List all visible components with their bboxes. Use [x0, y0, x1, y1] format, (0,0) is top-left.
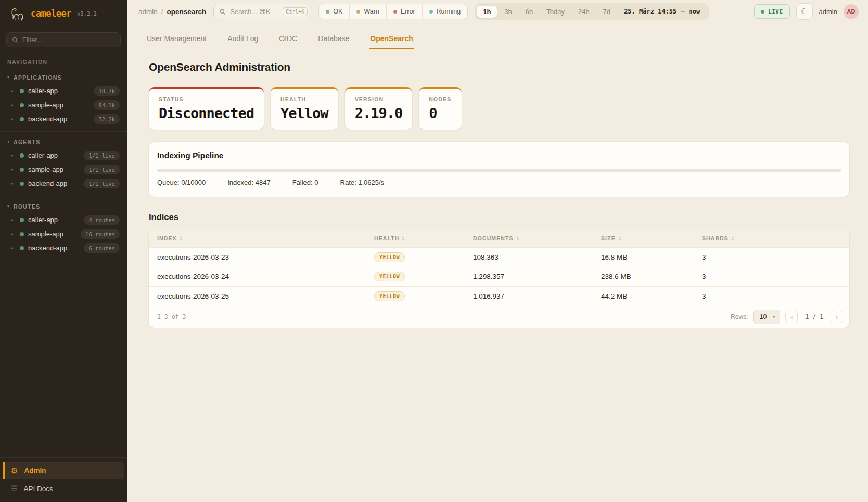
- status-dot-icon: [20, 232, 24, 236]
- column-header-shards[interactable]: SHARDS: [702, 235, 841, 241]
- pipeline-stats: Queue: 0/10000 Indexed: 4847 Failed: 0 R…: [157, 178, 841, 186]
- breadcrumb-parent[interactable]: admin: [138, 8, 158, 16]
- sidebar-item-api-docs[interactable]: ☰ API Docs: [3, 480, 124, 497]
- topbar: admin / opensearch Search... ⌘K Ctrl+K O…: [127, 0, 868, 23]
- item-label: sample-app: [28, 101, 90, 109]
- breadcrumb: admin / opensearch: [138, 8, 206, 16]
- pipeline-indexed: Indexed: 4847: [227, 178, 270, 186]
- sidebar-item-applications-backend-app[interactable]: ▸ backend-app 32.2k: [0, 112, 127, 126]
- status-filter-ok[interactable]: OK: [319, 4, 349, 19]
- stat-value: Disconnected: [159, 105, 254, 121]
- item-badge: 84.1k: [94, 100, 120, 110]
- collapse-caret-icon: ▾: [7, 75, 9, 80]
- gear-icon: ⚙: [11, 466, 18, 475]
- tab-audit-log[interactable]: Audit Log: [226, 30, 259, 49]
- time-range-1h[interactable]: 1h: [477, 6, 497, 18]
- sort-icon: [516, 237, 519, 240]
- section-header-agents[interactable]: ▾ AGENTS: [0, 136, 127, 148]
- live-indicator[interactable]: LIVE: [754, 4, 790, 19]
- tab-opensearch[interactable]: OpenSearch: [369, 30, 414, 49]
- time-range-24h[interactable]: 24h: [572, 6, 596, 18]
- column-header-documents[interactable]: DOCUMENTS: [473, 235, 601, 241]
- status-filter-error[interactable]: Error: [386, 4, 422, 19]
- app-logo[interactable]: cameleer v3.2.1: [0, 0, 127, 27]
- item-badge: 32.2k: [94, 114, 120, 124]
- status-dot-icon: [20, 218, 24, 222]
- cell-shards: 3: [702, 292, 841, 300]
- sidebar-filter[interactable]: [6, 32, 121, 47]
- sort-icon: [731, 237, 734, 240]
- status-dot-icon: [20, 182, 24, 186]
- table-row[interactable]: executions-2026-03-23 YELLOW 108.363 16.…: [149, 247, 849, 267]
- time-range-7d[interactable]: 7d: [597, 6, 617, 18]
- app-name: cameleer: [31, 8, 71, 19]
- sidebar-item-agents-backend-app[interactable]: ▸ backend-app 1/1 live: [0, 176, 127, 190]
- stat-card-health: HEALTH Yellow: [271, 87, 338, 130]
- stat-label: STATUS: [159, 96, 254, 102]
- sidebar-item-admin[interactable]: ⚙ Admin: [3, 462, 124, 479]
- indexing-pipeline-card: Indexing Pipeline Queue: 0/10000 Indexed…: [149, 142, 849, 197]
- filter-input[interactable]: [22, 36, 115, 44]
- pipeline-failed: Failed: 0: [292, 178, 318, 186]
- tab-oidc[interactable]: OIDC: [278, 30, 298, 49]
- sidebar-item-routes-backend-app[interactable]: ▸ backend-app 6 routes: [0, 241, 127, 255]
- next-page-button[interactable]: ›: [831, 311, 843, 323]
- rows-per-page-select[interactable]: 10 ▾: [753, 310, 780, 324]
- cell-index: executions-2026-03-25: [157, 292, 374, 300]
- time-range-6h[interactable]: 6h: [519, 6, 539, 18]
- date-range-display[interactable]: 25. März 14:55 — now: [618, 8, 707, 15]
- status-filter-running[interactable]: Running: [422, 4, 468, 19]
- sidebar-item-routes-caller-app[interactable]: ▸ caller-app 4 routes: [0, 213, 127, 227]
- chevron-right-icon: ▸: [11, 232, 16, 236]
- column-label: SIZE: [601, 235, 616, 241]
- sidebar-item-agents-caller-app[interactable]: ▸ caller-app 1/1 live: [0, 148, 127, 162]
- status-dot-icon: [20, 153, 24, 158]
- admin-tabs: User Management Audit Log OIDC Database …: [127, 30, 868, 49]
- sidebar-item-applications-sample-app[interactable]: ▸ sample-app 84.1k: [0, 98, 127, 112]
- sort-icon: [180, 237, 183, 240]
- shortcut-badge: Ctrl+K: [283, 7, 308, 16]
- cell-shards: 3: [702, 253, 841, 261]
- tab-database[interactable]: Database: [317, 30, 350, 49]
- date-separator: —: [681, 8, 684, 15]
- column-header-size[interactable]: SIZE: [601, 235, 702, 241]
- indices-title: Indices: [149, 212, 849, 222]
- avatar[interactable]: AD: [844, 4, 859, 19]
- item-badge: 10.7k: [94, 86, 120, 96]
- pipeline-progress-bar: [157, 169, 841, 172]
- global-search[interactable]: Search... ⌘K Ctrl+K: [213, 4, 311, 19]
- column-header-health[interactable]: HEALTH: [374, 235, 473, 241]
- sidebar-item-agents-sample-app[interactable]: ▸ sample-app 1/1 live: [0, 162, 127, 176]
- sort-icon: [618, 237, 621, 240]
- item-label: sample-app: [28, 165, 80, 173]
- stat-card-version: VERSION 2.19.0: [345, 87, 413, 130]
- sidebar-item-routes-sample-app[interactable]: ▸ sample-app 16 routes: [0, 227, 127, 241]
- main-content: OpenSearch Administration STATUS Disconn…: [127, 49, 868, 328]
- tab-user-management[interactable]: User Management: [146, 30, 208, 49]
- section-header-routes[interactable]: ▾ ROUTES: [0, 200, 127, 213]
- health-badge: YELLOW: [374, 272, 405, 281]
- item-badge: 16 routes: [81, 229, 120, 239]
- table-row[interactable]: executions-2026-03-25 YELLOW 1.016.937 4…: [149, 286, 849, 306]
- status-filter-warn[interactable]: Warn: [349, 4, 386, 19]
- previous-page-button[interactable]: ‹: [785, 311, 798, 323]
- health-badge: YELLOW: [374, 252, 405, 262]
- section-header-applications[interactable]: ▾ APPLICATIONS: [0, 71, 127, 84]
- cell-size: 16.8 MB: [601, 253, 702, 261]
- item-badge: 1/1 live: [84, 179, 120, 188]
- stat-label: HEALTH: [280, 96, 328, 102]
- chevron-right-icon: ▸: [11, 168, 16, 172]
- item-label: caller-app: [28, 151, 80, 159]
- time-range-today[interactable]: Today: [540, 6, 571, 18]
- pipeline-queue: Queue: 0/10000: [157, 178, 206, 186]
- status-filter-label: Error: [401, 8, 415, 15]
- admin-label: Admin: [24, 467, 46, 474]
- time-range-3h[interactable]: 3h: [498, 6, 518, 18]
- table-header-row: INDEX HEALTH DOCUMENTS SIZE SHARDS: [149, 229, 849, 247]
- column-label: INDEX: [157, 235, 177, 241]
- column-header-index[interactable]: INDEX: [157, 235, 374, 241]
- running-dot-icon: [429, 10, 433, 14]
- table-row[interactable]: executions-2026-03-24 YELLOW 1.298.357 2…: [149, 267, 849, 287]
- theme-toggle-button[interactable]: ☾: [796, 3, 813, 20]
- sidebar-item-applications-caller-app[interactable]: ▸ caller-app 10.7k: [0, 84, 127, 98]
